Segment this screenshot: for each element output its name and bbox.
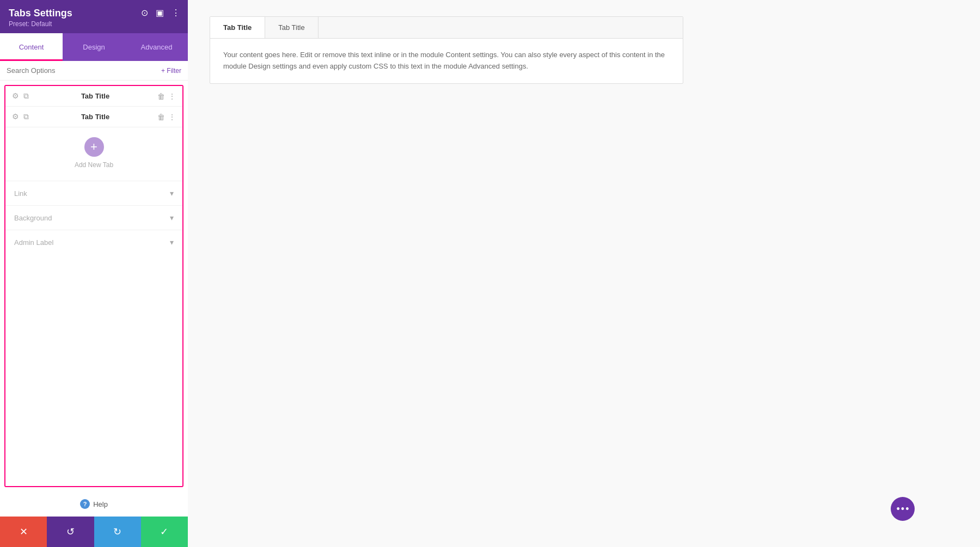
tab-advanced[interactable]: Advanced [125, 33, 188, 61]
preview-tab-1[interactable]: Tab Title [210, 17, 265, 38]
tab-item-2-left-icons: ⚙ ⧉ [12, 112, 29, 121]
tab-item-2: ⚙ ⧉ Tab Title 🗑 ⋮ [5, 107, 182, 127]
search-bar: + Filter [0, 61, 188, 81]
filter-button[interactable]: + Filter [161, 67, 181, 75]
tab-item-1-label: Tab Title [33, 92, 157, 100]
background-chevron-icon: ▾ [170, 213, 174, 222]
delete-icon-2[interactable]: 🗑 [157, 113, 165, 121]
search-input[interactable] [7, 66, 157, 75]
link-section-label: Link [14, 189, 27, 198]
save-button[interactable]: ✓ [141, 517, 188, 547]
more-options-icon[interactable]: ⋮ [168, 92, 176, 101]
tabs-widget-header: Tab Title Tab Title [210, 17, 683, 39]
bottom-toolbar: ✕ ↺ ↻ ✓ [0, 517, 188, 547]
tab-item-1: ⚙ ⧉ Tab Title 🗑 ⋮ [5, 86, 182, 107]
preview-tab-2[interactable]: Tab Title [265, 17, 318, 38]
undo-icon: ↺ [66, 526, 75, 538]
more-icon[interactable]: ⋮ [171, 8, 180, 18]
redo-button[interactable]: ↻ [94, 517, 141, 547]
delete-icon[interactable]: 🗑 [157, 92, 165, 101]
copy-icon[interactable]: ⧉ [23, 91, 29, 101]
redo-icon: ↻ [113, 526, 121, 538]
help-label: Help [93, 500, 108, 508]
tabs-widget-preview: Tab Title Tab Title Your content goes he… [210, 16, 683, 84]
sidebar-header-icons: ⊙ ▣ ⋮ [141, 8, 180, 18]
sidebar-header: Tabs Settings Preset: Default ⊙ ▣ ⋮ [0, 0, 188, 33]
main-canvas: Tab Title Tab Title Your content goes he… [188, 0, 980, 547]
background-section-label: Background [14, 214, 52, 222]
sidebar: Tabs Settings Preset: Default ⊙ ▣ ⋮ Cont… [0, 0, 188, 547]
admin-label-section-label: Admin Label [14, 238, 53, 247]
add-new-tab-label: Add New Tab [75, 161, 113, 169]
floating-dots-button[interactable]: ••• [891, 497, 915, 521]
admin-label-chevron-icon: ▾ [170, 238, 174, 247]
tab-item-2-label: Tab Title [33, 113, 157, 121]
cancel-icon: ✕ [20, 526, 28, 538]
add-tab-plus-icon: + [84, 137, 104, 157]
tab-item-1-left-icons: ⚙ ⧉ [12, 91, 29, 101]
layout-icon[interactable]: ▣ [156, 8, 164, 18]
tab-item-1-right-icons: 🗑 ⋮ [157, 92, 176, 101]
tab-item-2-right-icons: 🗑 ⋮ [157, 113, 176, 121]
add-new-tab-button[interactable]: + Add New Tab [5, 127, 182, 181]
tab-design[interactable]: Design [63, 33, 125, 61]
gear-icon-2[interactable]: ⚙ [12, 112, 19, 121]
admin-label-section[interactable]: Admin Label ▾ [5, 230, 182, 254]
cancel-button[interactable]: ✕ [0, 517, 47, 547]
help-icon: ? [80, 499, 90, 509]
help-button[interactable]: ? Help [0, 491, 188, 517]
tab-content[interactable]: Content [0, 33, 63, 61]
sidebar-tab-bar: Content Design Advanced [0, 33, 188, 61]
sidebar-preset[interactable]: Preset: Default [9, 20, 179, 28]
save-icon: ✓ [160, 526, 168, 538]
sidebar-scroll-content: ⚙ ⧉ Tab Title 🗑 ⋮ ⚙ ⧉ Tab Title 🗑 ⋮ + [4, 85, 183, 487]
settings-icon[interactable]: ⊙ [141, 8, 148, 18]
gear-icon[interactable]: ⚙ [12, 91, 19, 101]
link-chevron-icon: ▾ [170, 189, 174, 198]
background-section[interactable]: Background ▾ [5, 205, 182, 230]
tabs-widget-content: Your content goes here. Edit or remove t… [210, 39, 683, 83]
link-section[interactable]: Link ▾ [5, 181, 182, 205]
undo-button[interactable]: ↺ [47, 517, 94, 547]
more-options-icon-2[interactable]: ⋮ [168, 113, 176, 121]
copy-icon-2[interactable]: ⧉ [23, 112, 29, 121]
